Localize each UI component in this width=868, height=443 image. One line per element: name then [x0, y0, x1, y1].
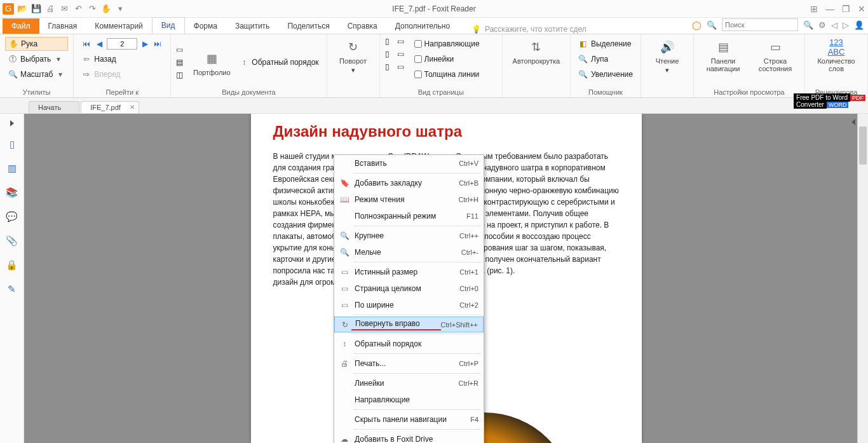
tab-share[interactable]: Поделиться [278, 18, 338, 34]
statusbar-icon: ▭ [766, 38, 784, 56]
layers-icon[interactable]: 📚 [6, 186, 18, 199]
zoom-tool[interactable]: 🔍Масштаб▾ [5, 67, 68, 81]
view-icon-3[interactable]: ◫ [176, 71, 183, 79]
collapse-right-icon[interactable] [851, 119, 855, 125]
select-tool[interactable]: ⓉВыбрать▾ [5, 52, 68, 66]
guides-checkbox[interactable] [414, 40, 422, 48]
attachments-icon[interactable]: 📎 [6, 235, 18, 247]
user-icon[interactable]: 👤 [854, 20, 864, 30]
prev-find-icon[interactable]: ◁ [831, 20, 837, 30]
rotate-button[interactable]: ↻Поворот▾ [332, 37, 374, 74]
close-icon[interactable]: ✕ [858, 4, 865, 14]
wordcount-button[interactable]: 123ABCКоличество слов [810, 37, 862, 72]
save-icon[interactable]: 💾 [31, 3, 42, 15]
autoscroll-button[interactable]: ⇅Автопрокрутка [508, 37, 565, 65]
orange-dot-icon[interactable]: ◯ [692, 20, 702, 30]
prev-page-icon[interactable]: ◀ [94, 39, 104, 49]
pdf-to-word-ad[interactable]: Free PDF to WordPDF ConverterWORD [794, 94, 865, 108]
tab-protect[interactable]: Защитить [226, 18, 278, 34]
nav-back[interactable]: ⇦Назад [79, 52, 165, 66]
email-icon[interactable]: ✉ [58, 3, 70, 15]
expand-panel-icon[interactable] [10, 120, 14, 126]
search-input[interactable] [722, 18, 798, 31]
ctx-item[interactable]: ↻Повернуть вправоCtrl+Shift++ [334, 317, 484, 332]
find-products-icon[interactable]: 🔍 [707, 20, 717, 30]
ctx-item[interactable]: ☁Добавить в Foxit Drive [334, 431, 484, 443]
ctx-item[interactable]: 🖨Печать...Ctrl+P [334, 355, 484, 372]
tab-start[interactable]: Начать [29, 101, 79, 113]
tab-home[interactable]: Главная [39, 18, 86, 34]
maximize-icon[interactable]: ❐ [842, 4, 850, 14]
scrollbar-thumb[interactable] [859, 126, 867, 165]
ctx-item[interactable]: ↕Обратный порядок [334, 336, 484, 352]
tab-help[interactable]: Справка [339, 18, 386, 34]
tab-close-icon[interactable]: ✕ [130, 104, 135, 111]
status-bar-button[interactable]: ▭Строка состояния [751, 37, 799, 72]
security-icon[interactable]: 🔒 [6, 259, 18, 271]
tab-file[interactable]: Файл [3, 18, 39, 34]
ctx-item[interactable]: 🔍МельчеCtrl+- [334, 244, 484, 261]
tab-extras[interactable]: Дополнительно [386, 18, 459, 34]
read-button[interactable]: 🔊Чтение▾ [646, 37, 688, 74]
page-input[interactable] [107, 38, 137, 50]
page-layout-icon-3[interactable]: ▯ [385, 62, 390, 71]
ctx-item[interactable]: Направляющие [334, 392, 484, 408]
page-layout-icon-2[interactable]: ▯ [385, 50, 390, 58]
undo-icon[interactable]: ↶ [72, 3, 84, 15]
signatures-icon[interactable]: ✎ [6, 283, 18, 296]
tab-comment[interactable]: Комментарий [86, 18, 152, 34]
tab-view[interactable]: Вид [152, 17, 185, 34]
restore-layout-icon[interactable]: ⊞ [810, 4, 818, 14]
hand-qat-icon[interactable]: ✋ [100, 3, 112, 15]
highlight-tool[interactable]: ◧Выделение [576, 37, 635, 51]
minimize-icon[interactable]: — [825, 4, 834, 14]
ctx-item[interactable]: ▭Страница целикомCtrl+0 [334, 280, 484, 297]
ctx-item-shortcut: Ctrl+R [459, 379, 478, 387]
ctx-item[interactable]: 🔍КрупнееCtrl++ [334, 228, 484, 244]
ctx-item[interactable]: Полноэкранный режимF11 [334, 208, 484, 224]
vertical-scrollbar[interactable] [857, 114, 868, 443]
open-icon[interactable]: 📂 [17, 3, 28, 15]
pages-icon[interactable]: ▥ [6, 162, 18, 175]
portfolio-button[interactable]: ▦Портфолио [191, 48, 233, 76]
last-page-icon[interactable]: ⏭ [153, 39, 163, 49]
ctx-item[interactable]: ▭Истинный размерCtrl+1 [334, 264, 484, 280]
page-layout-icon-6[interactable]: ▭ [397, 62, 404, 71]
linewidth-checkbox[interactable] [414, 71, 422, 78]
next-page-icon[interactable]: ▶ [140, 39, 150, 49]
page-layout-icon-1[interactable]: ▯ [385, 37, 390, 46]
loupe-tool[interactable]: 🔍Лупа [576, 52, 635, 66]
rulers-toggle[interactable]: Линейки [412, 52, 482, 66]
magnify-tool[interactable]: 🔍Увеличение [576, 67, 635, 81]
ctx-item[interactable]: 📖Режим чтенияCtrl+H [334, 191, 484, 208]
print-icon[interactable]: 🖨 [44, 3, 56, 15]
tab-document[interactable]: IFE_7.pdf✕ [81, 101, 139, 113]
tab-form[interactable]: Форма [185, 18, 226, 34]
nav-panels-button[interactable]: ▤Панели навигации [699, 37, 747, 72]
tell-me[interactable]: 💡 Расскажите, что хотите сдел [471, 25, 587, 34]
chevron-down-icon: ▾ [665, 66, 669, 74]
search-go-icon[interactable]: 🔍 [803, 20, 813, 30]
ctx-item[interactable]: ВставитьCtrl+V [334, 155, 484, 172]
linewidth-toggle[interactable]: Толщина линии [412, 67, 482, 81]
qat-drop-icon[interactable]: ▾ [114, 3, 126, 15]
autoscroll-label: Автопрокрутка [513, 57, 560, 65]
bookmarks-icon[interactable]: ▯ [6, 138, 18, 151]
view-icon-2[interactable]: ▤ [176, 58, 183, 67]
settings-icon[interactable]: ⚙ [818, 20, 826, 30]
view-icon-1[interactable]: ▭ [176, 45, 183, 54]
ctx-item[interactable]: ▭По ширинеCtrl+2 [334, 297, 484, 313]
ctx-item[interactable]: 🔖Добавить закладкуCtrl+B [334, 175, 484, 191]
reverse-order[interactable]: ↕Обратный порядок [236, 55, 321, 69]
rulers-checkbox[interactable] [414, 55, 422, 63]
redo-icon[interactable]: ↷ [86, 3, 98, 15]
ctx-item[interactable]: ЛинейкиCtrl+R [334, 375, 484, 392]
comments-icon[interactable]: 💬 [6, 210, 18, 223]
page-layout-icon-4[interactable]: ▭ [397, 37, 404, 46]
hand-tool[interactable]: ✋Рука [5, 37, 68, 51]
next-find-icon[interactable]: ▷ [843, 20, 849, 30]
page-layout-icon-5[interactable]: ▭ [397, 50, 404, 58]
ctx-item[interactable]: Скрыть панели навигацииF4 [334, 411, 484, 428]
guides-toggle[interactable]: Направляющие [412, 37, 482, 51]
first-page-icon[interactable]: ⏮ [81, 39, 92, 49]
